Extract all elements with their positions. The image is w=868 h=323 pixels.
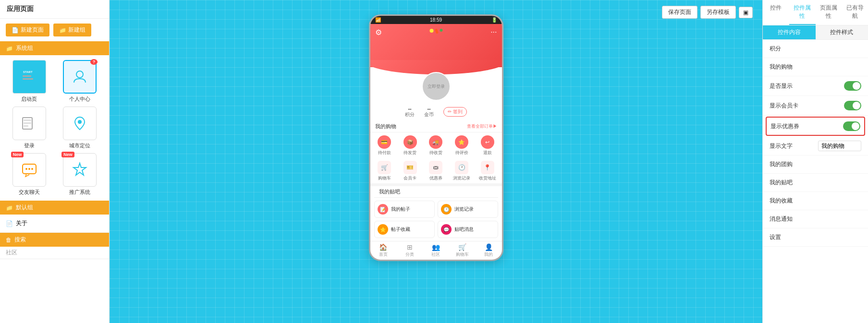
shortcut-0[interactable]: 🛒 购物车 <box>372 161 397 181</box>
avatar[interactable]: 立即登录 <box>422 72 451 101</box>
toggle-coupon[interactable] <box>843 121 860 131</box>
cart-icon: 🛒 <box>458 243 466 251</box>
new-page-icon: 📄 <box>12 27 19 34</box>
preview-button[interactable]: ▣ <box>739 7 753 18</box>
tieba-item-2[interactable]: ⭐ 帖子收藏 <box>374 221 435 238</box>
page-label-chat: 交友聊天 <box>19 189 40 196</box>
system-group-header[interactable]: 📁 系统组 <box>0 41 109 55</box>
page-icon-login <box>12 107 46 140</box>
trash-group-header[interactable]: 🗑 搜索 <box>0 233 109 247</box>
svg-point-12 <box>25 168 27 170</box>
prop-label-vip: 显示会员卡 <box>770 102 798 110</box>
tieba-item-3[interactable]: 💬 贴吧消息 <box>438 221 498 238</box>
shortcut-2[interactable]: 🎟 优惠券 <box>424 161 449 181</box>
page-item-promote[interactable]: New 推广系统 <box>57 153 104 196</box>
shortcut-3[interactable]: 🕐 浏览记录 <box>449 161 474 181</box>
tab-widget-style[interactable]: 控件样式 <box>816 25 868 39</box>
shortcut-icon-2: 🎟 <box>429 161 442 174</box>
svg-rect-7 <box>24 120 31 121</box>
default-group-header[interactable]: 📁 默认组 <box>0 201 109 215</box>
phone-bottom-nav: 🏠 首页 ⊞ 分类 👥 社区 🛒 购物车 👤 我的 <box>370 241 502 260</box>
shortcut-icon-1: 🎫 <box>403 161 417 174</box>
svg-rect-3 <box>23 78 33 80</box>
prop-row-shopping: 我的购物 <box>763 58 868 76</box>
toggle-vip[interactable] <box>844 101 861 110</box>
gear-icon[interactable]: ⚙ <box>375 28 382 37</box>
page-icon-location <box>63 107 97 140</box>
avatar-text: 立即登录 <box>428 84 445 90</box>
order-icons: 💳 待付款 📦 待发货 🚚 待收货 ⭐ 待评价 ↩ 退款 <box>370 132 502 159</box>
sidebar-scroll: 📁 系统组 START 启动页 <box>0 41 109 323</box>
tieba-section: 我的贴吧 📝 我的帖子 🕐 浏览记录 ⭐ 帖子收藏 💬 贴吧消息 <box>370 186 502 241</box>
order-item-3[interactable]: ⭐ 待评价 <box>449 135 474 156</box>
page-icon-personal: ? <box>63 60 97 94</box>
prop-label-tieba: 我的贴吧 <box>770 179 793 187</box>
canvas-toolbar: 保存页面 另存模板 ▣ <box>662 6 753 19</box>
order-item-2[interactable]: 🚚 待收货 <box>424 135 449 156</box>
new-page-button[interactable]: 📄 新建页面 <box>6 24 49 36</box>
save-page-button[interactable]: 保存页面 <box>662 6 697 19</box>
order-item-0[interactable]: 💳 待付款 <box>372 135 397 156</box>
nav-category[interactable]: ⊞ 分类 <box>396 243 423 258</box>
about-item[interactable]: 📄 关于 <box>6 217 103 229</box>
home-icon: 🏠 <box>379 243 387 251</box>
points-stat: -- 积分 <box>405 106 415 118</box>
trash-icon: 🗑 <box>6 237 12 243</box>
right-panel: 控件 控件属性 页面属性 已有导航 控件内容 控件样式 积分 我的购物 是否显示… <box>762 0 868 323</box>
shopping-label: 我的购物 <box>375 123 396 130</box>
nav-home[interactable]: 🏠 首页 <box>370 243 397 258</box>
prop-row-collect: 我的收藏 <box>763 192 868 210</box>
page-item-start[interactable]: START 启动页 <box>6 60 53 103</box>
trash-group: 🗑 搜索 <box>0 233 109 247</box>
sign-button[interactable]: ✏ 签到 <box>443 107 467 117</box>
stats-row: -- 积分 -- 金币 ✏ 签到 <box>370 103 502 121</box>
tieba-item-0[interactable]: 📝 我的帖子 <box>374 201 435 218</box>
sidebar-title: 应用页面 <box>0 0 109 19</box>
nav-mine[interactable]: 👤 我的 <box>476 243 502 258</box>
page-item-chat[interactable]: New 交友聊天 <box>6 153 53 196</box>
prop-row-tieba: 我的贴吧 <box>763 174 868 192</box>
deco-dot-3 <box>440 29 442 32</box>
order-item-4[interactable]: ↩ 退款 <box>475 135 500 156</box>
prop-label-shopping: 我的购物 <box>770 63 793 71</box>
deco-dot-2 <box>434 28 438 34</box>
system-group: 📁 系统组 START 启动页 <box>0 41 109 201</box>
prop-label-settings: 设置 <box>770 233 781 241</box>
tab-nav[interactable]: 已有导航 <box>842 0 868 25</box>
page-item-login[interactable]: 登录 <box>6 107 53 149</box>
prop-label-collect: 我的收藏 <box>770 197 793 205</box>
tieba-header: 我的贴吧 <box>374 186 498 198</box>
time-display: 18:59 <box>430 17 442 23</box>
new-group-icon: 📁 <box>59 27 66 34</box>
prop-label-notification: 消息通知 <box>770 215 793 223</box>
page-label-personal: 个人中心 <box>69 96 90 103</box>
shopping-section-header: 我的购物 查看全部订单▶ <box>370 121 502 132</box>
svg-rect-9 <box>24 125 28 127</box>
display-text-input[interactable] <box>818 141 861 151</box>
tab-control[interactable]: 控件 <box>763 0 789 25</box>
page-item-location[interactable]: 城市定位 <box>57 107 104 149</box>
shortcut-4[interactable]: 📍 收货地址 <box>475 161 500 181</box>
new-group-button[interactable]: 📁 新建组 <box>53 24 91 36</box>
sidebar-actions: 📄 新建页面 📁 新建组 <box>0 19 109 41</box>
tieba-item-1[interactable]: 🕐 浏览记录 <box>438 201 498 218</box>
about-icon: 📄 <box>6 220 13 227</box>
nav-cart[interactable]: 🛒 购物车 <box>449 243 476 258</box>
shopping-more[interactable]: 查看全部订单▶ <box>467 123 497 130</box>
order-item-1[interactable]: 📦 待发货 <box>398 135 423 156</box>
tab-control-props[interactable]: 控件属性 <box>789 0 816 25</box>
more-icon[interactable]: ··· <box>490 28 497 36</box>
tieba-label: 我的贴吧 <box>379 188 400 195</box>
left-sidebar: 应用页面 📄 新建页面 📁 新建组 📁 系统组 <box>0 0 110 323</box>
tab-page-props[interactable]: 页面属性 <box>816 0 842 25</box>
toggle-isshow[interactable] <box>844 81 861 91</box>
avatar-section: 立即登录 <box>370 72 502 101</box>
tieba-icon-0: 📝 <box>378 204 388 215</box>
new-badge-chat: New <box>11 152 24 157</box>
save-template-button[interactable]: 另存模板 <box>700 6 736 19</box>
shortcut-1[interactable]: 🎫 会员卡 <box>398 161 423 181</box>
nav-community[interactable]: 👥 社区 <box>423 243 449 258</box>
tab-widget-content[interactable]: 控件内容 <box>763 25 816 39</box>
page-item-personal[interactable]: ? 个人中心 <box>57 60 104 103</box>
prop-label-isshow: 是否显示 <box>770 82 793 90</box>
